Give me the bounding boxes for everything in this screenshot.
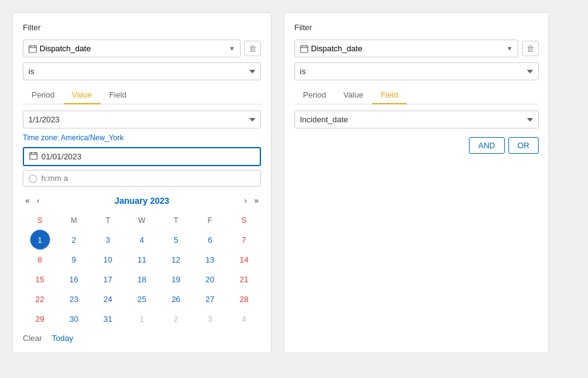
calendar-icon bbox=[28, 44, 37, 53]
right-tab-row: Period Value Field bbox=[294, 86, 539, 104]
svg-rect-4 bbox=[30, 153, 37, 159]
prev-month-button[interactable]: ‹ bbox=[35, 195, 42, 206]
col-header-w: W bbox=[125, 214, 159, 227]
next-month-button[interactable]: › bbox=[242, 195, 249, 206]
col-header-t2: T bbox=[159, 214, 193, 227]
clock-icon: ◯ bbox=[28, 174, 38, 183]
or-button[interactable]: OR bbox=[508, 137, 539, 154]
calendar-day[interactable]: 1 bbox=[132, 309, 152, 329]
calendar-month-year: January 2023 bbox=[115, 196, 170, 206]
calendar-day[interactable]: 15 bbox=[30, 269, 50, 289]
calendar-icon-right bbox=[300, 44, 308, 53]
calendar-day[interactable]: 2 bbox=[64, 230, 84, 250]
calendar-week-1: 1 2 3 4 5 6 7 bbox=[23, 230, 261, 250]
calendar-day[interactable]: 27 bbox=[200, 289, 220, 309]
calendar-day[interactable]: 5 bbox=[166, 230, 186, 250]
calendar-day[interactable]: 25 bbox=[132, 289, 152, 309]
and-or-row: AND OR bbox=[294, 137, 539, 154]
chevron-down-icon-right: ▼ bbox=[507, 45, 513, 52]
date-text-input[interactable] bbox=[41, 152, 255, 161]
calendar-day[interactable]: 4 bbox=[132, 230, 152, 250]
timezone-label: Time zone: America/New_York bbox=[23, 133, 261, 142]
calendar-grid: S M T W T F S 1 2 3 4 5 6 7 8 9 10 11 12… bbox=[23, 214, 261, 329]
col-header-m: M bbox=[57, 214, 91, 227]
calendar-day[interactable]: 26 bbox=[166, 289, 186, 309]
tab-field-right[interactable]: Field bbox=[372, 86, 407, 104]
calendar-day[interactable]: 12 bbox=[166, 250, 186, 269]
calendar-day[interactable]: 9 bbox=[64, 250, 84, 269]
calendar-day[interactable]: 6 bbox=[200, 230, 220, 250]
calendar-day[interactable]: 8 bbox=[30, 250, 50, 269]
right-filter-title: Filter bbox=[294, 23, 539, 32]
svg-rect-8 bbox=[300, 46, 308, 52]
calendar-nav: « ‹ January 2023 › » bbox=[23, 193, 261, 209]
calendar-day[interactable]: 19 bbox=[166, 269, 186, 289]
calendar-day[interactable]: 2 bbox=[166, 309, 186, 329]
right-field-name: Dispatch_date bbox=[311, 44, 507, 53]
calendar-footer: Clear Today bbox=[23, 329, 261, 343]
date-option-select[interactable]: 1/1/2023 bbox=[23, 111, 261, 128]
prev-nav-group: « ‹ bbox=[23, 195, 42, 206]
calendar-day[interactable]: 7 bbox=[234, 230, 254, 250]
operator-select[interactable]: is bbox=[23, 62, 261, 80]
tab-period-left[interactable]: Period bbox=[23, 86, 64, 104]
calendar-day[interactable]: 4 bbox=[234, 309, 254, 329]
prev-year-button[interactable]: « bbox=[23, 195, 32, 206]
svg-rect-0 bbox=[29, 46, 36, 52]
calendar-day[interactable]: 22 bbox=[30, 289, 50, 309]
left-field-name: Dispatch_date bbox=[39, 44, 229, 53]
left-filter-title: Filter bbox=[23, 23, 261, 32]
calendar-day[interactable]: 13 bbox=[200, 250, 220, 269]
calendar-week-3: 15 16 17 18 19 20 21 bbox=[23, 269, 261, 289]
calendar-day[interactable]: 24 bbox=[98, 289, 118, 309]
left-field-selector[interactable]: Dispatch_date ▼ bbox=[23, 40, 241, 57]
calendar-day[interactable]: 20 bbox=[200, 269, 220, 289]
calendar-day[interactable]: 3 bbox=[98, 230, 118, 250]
tab-value-left[interactable]: Value bbox=[64, 86, 101, 104]
calendar-week-2: 8 9 10 11 12 13 14 bbox=[23, 250, 261, 269]
calendar-day[interactable]: 14 bbox=[234, 250, 254, 269]
right-filter-panel: Filter Dispatch_date ▼ 🗑 is Period Value… bbox=[284, 12, 549, 353]
delete-filter-button[interactable]: 🗑 bbox=[244, 41, 261, 56]
col-header-t1: T bbox=[91, 214, 125, 227]
calendar-day[interactable]: 31 bbox=[98, 309, 118, 329]
calendar-day[interactable]: 16 bbox=[64, 269, 84, 289]
clear-button[interactable]: Clear bbox=[23, 334, 42, 343]
calendar-week-5: 29 30 31 1 2 3 4 bbox=[23, 309, 261, 329]
col-header-f: F bbox=[193, 214, 227, 227]
calendar-week-4: 22 23 24 25 26 27 28 bbox=[23, 289, 261, 309]
calendar-day[interactable]: 21 bbox=[234, 269, 254, 289]
time-text-input[interactable] bbox=[41, 174, 255, 183]
right-field-selector-row: Dispatch_date ▼ 🗑 bbox=[294, 40, 539, 57]
tab-field-left[interactable]: Field bbox=[101, 86, 135, 104]
left-tab-row: Period Value Field bbox=[23, 86, 261, 104]
calendar-day[interactable]: 1 bbox=[30, 230, 50, 250]
delete-right-filter-button[interactable]: 🗑 bbox=[522, 41, 539, 56]
calendar-day[interactable]: 23 bbox=[64, 289, 84, 309]
calendar-header: S M T W T F S bbox=[23, 214, 261, 227]
col-header-s1: S bbox=[23, 214, 57, 227]
today-button[interactable]: Today bbox=[52, 334, 73, 343]
left-filter-panel: Filter Dispatch_date ▼ 🗑 is Period Value… bbox=[12, 12, 271, 353]
calendar-day[interactable]: 11 bbox=[132, 250, 152, 269]
calendar-day[interactable]: 30 bbox=[64, 309, 84, 329]
chevron-down-icon: ▼ bbox=[229, 45, 235, 52]
next-nav-group: › » bbox=[242, 195, 261, 206]
date-input-wrapper bbox=[23, 147, 261, 166]
next-year-button[interactable]: » bbox=[252, 195, 261, 206]
col-header-s2: S bbox=[227, 214, 261, 227]
calendar-day[interactable]: 17 bbox=[98, 269, 118, 289]
right-field-selector[interactable]: Dispatch_date ▼ bbox=[294, 40, 518, 57]
right-operator-select[interactable]: is bbox=[294, 62, 539, 80]
calendar-day[interactable]: 28 bbox=[234, 289, 254, 309]
field-dropdown-right[interactable]: Incident_date bbox=[294, 111, 539, 128]
calendar-day[interactable]: 3 bbox=[200, 309, 220, 329]
date-field-icon bbox=[29, 151, 38, 162]
calendar-day[interactable]: 10 bbox=[98, 250, 118, 269]
calendar-day[interactable]: 29 bbox=[30, 309, 50, 329]
tab-period-right[interactable]: Period bbox=[294, 86, 335, 104]
tab-value-right[interactable]: Value bbox=[335, 86, 372, 104]
time-input-wrapper: ◯ bbox=[23, 170, 261, 187]
and-button[interactable]: AND bbox=[469, 137, 504, 154]
calendar-day[interactable]: 18 bbox=[132, 269, 152, 289]
